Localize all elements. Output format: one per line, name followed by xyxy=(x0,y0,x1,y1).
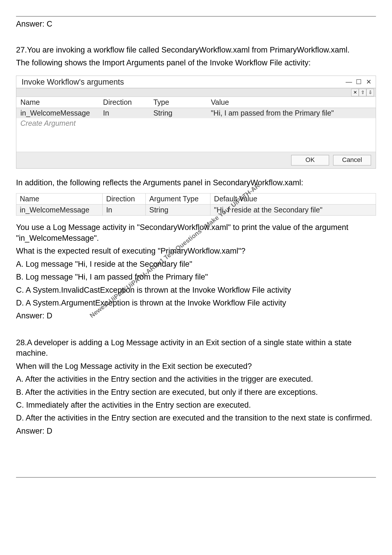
previous-answer: Answer: C xyxy=(16,20,376,29)
close-icon[interactable]: ✕ xyxy=(365,78,372,85)
q27-intro-1: 27.You are invoking a workflow file call… xyxy=(16,45,376,55)
q28-option-a: A. After the activities in the Entry sec… xyxy=(16,374,376,384)
invoke-workflow-arguments-dialog: Invoke Workflow's arguments — ☐ ✕ ✕ ⇧ ⇩ … xyxy=(16,76,376,169)
col-direction-header: Direction xyxy=(99,97,150,108)
arg-name-cell: in_WelcomeMessage xyxy=(16,205,103,216)
cancel-button[interactable]: Cancel xyxy=(333,155,371,165)
arg-type-cell: String xyxy=(149,108,207,118)
q27-body-1: You use a Log Message activity in "Secon… xyxy=(16,222,376,243)
table-row: in_WelcomeMessage In String "Hi, I resid… xyxy=(16,205,376,216)
q28-intro-2: When will the Log Message activity in th… xyxy=(16,361,376,371)
q28-option-c: C. Immediately after the activities in t… xyxy=(16,400,376,410)
arguments-table: Name Direction Type Value in_WelcomeMess… xyxy=(16,97,376,128)
dialog-title: Invoke Workflow's arguments xyxy=(22,78,124,87)
q28-answer: Answer: D xyxy=(16,426,376,436)
q27-option-c: C. A System.InvalidCastException is thro… xyxy=(16,285,376,295)
move-up-icon[interactable]: ⇧ xyxy=(359,89,366,96)
q27-answer: Answer: D xyxy=(16,310,376,321)
table-row-placeholder[interactable]: Create Argument xyxy=(16,118,376,128)
q27-option-a: A. Log message "Hi, I reside at the Seco… xyxy=(16,259,376,269)
col-name-header: Name xyxy=(16,193,103,205)
q27-option-d: D. A System.ArgumentException is thrown … xyxy=(16,298,376,308)
col-value-header: Value xyxy=(207,97,376,108)
q28-intro-1: 28.A developer is adding a Log Message a… xyxy=(16,337,376,359)
window-controls: — ☐ ✕ xyxy=(345,78,372,85)
table-row[interactable]: in_WelcomeMessage In String "Hi, I am pa… xyxy=(16,108,376,118)
col-name-header: Name xyxy=(16,97,99,108)
arg-type-cell: String xyxy=(146,205,210,216)
secondary-arguments-table: Name Direction Argument Type Default Val… xyxy=(16,193,376,216)
dialog-toolbar: ✕ ⇧ ⇩ xyxy=(16,88,376,97)
arg-direction-cell: In xyxy=(103,205,146,216)
q27-body-2: What is the expected result of executing… xyxy=(16,246,376,256)
question-27: 27.You are invoking a workflow file call… xyxy=(16,45,376,321)
q27-intro-3: In addition, the following reflects the … xyxy=(16,177,376,188)
dialog-footer: OK Cancel xyxy=(16,152,376,168)
ok-button[interactable]: OK xyxy=(291,155,329,165)
table-header-row: Name Direction Argument Type Default Val… xyxy=(16,193,376,205)
col-direction-header: Direction xyxy=(103,193,146,205)
col-default-header: Default Value xyxy=(210,193,376,205)
move-down-icon[interactable]: ⇩ xyxy=(366,89,374,96)
q28-option-d: D. After the activities in the Entry sec… xyxy=(16,413,376,423)
top-divider xyxy=(16,16,376,17)
maximize-icon[interactable]: ☐ xyxy=(355,78,362,85)
col-argtype-header: Argument Type xyxy=(146,193,210,205)
minimize-icon[interactable]: — xyxy=(345,78,352,85)
arg-value-cell: "Hi, I am passed from the Primary file" xyxy=(207,108,376,118)
arg-name-cell: in_WelcomeMessage xyxy=(16,108,99,118)
q27-option-b: B. Log message "Hi, I am passed from the… xyxy=(16,272,376,282)
dialog-empty-area xyxy=(16,128,376,152)
arg-direction-cell: In xyxy=(99,108,150,118)
dialog-titlebar: Invoke Workflow's arguments — ☐ ✕ xyxy=(16,76,376,88)
q27-intro-2: The following shows the Import Arguments… xyxy=(16,57,376,68)
create-argument-placeholder[interactable]: Create Argument xyxy=(16,118,376,128)
arg-default-cell: "Hi, I reside at the Secondary file" xyxy=(210,205,376,216)
question-28: 28.A developer is adding a Log Message a… xyxy=(16,337,376,437)
bottom-divider xyxy=(16,477,376,478)
delete-icon[interactable]: ✕ xyxy=(351,89,359,96)
q28-option-b: B. After the activities in the Entry sec… xyxy=(16,387,376,397)
table-header-row: Name Direction Type Value xyxy=(16,97,376,108)
col-type-header: Type xyxy=(149,97,207,108)
